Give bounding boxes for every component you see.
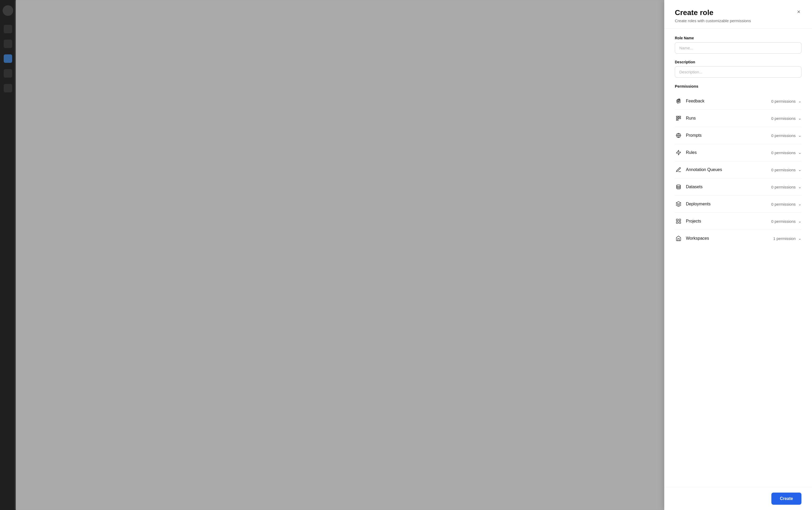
- svg-rect-2: [676, 120, 678, 121]
- svg-rect-11: [676, 222, 678, 223]
- projects-icon: [675, 218, 682, 225]
- datasets-count: 0 permissions: [771, 185, 795, 189]
- permission-item-annotation-queues[interactable]: Annotation Queues 0 permissions ⌄: [675, 161, 802, 178]
- description-label: Description: [675, 60, 802, 64]
- annotation-queues-label: Annotation Queues: [686, 167, 722, 172]
- prompts-count: 0 permissions: [771, 133, 795, 138]
- svg-rect-10: [679, 219, 681, 221]
- deployments-count: 0 permissions: [771, 202, 795, 206]
- svg-marker-7: [676, 150, 681, 155]
- permission-item-rules[interactable]: Rules 0 permissions ⌄: [675, 144, 802, 161]
- rules-chevron: ⌄: [798, 150, 802, 155]
- rules-label: Rules: [686, 150, 697, 155]
- permission-item-deployments[interactable]: Deployments 0 permissions ⌄: [675, 196, 802, 213]
- runs-label: Runs: [686, 116, 696, 121]
- modal-body: Role Name Description Permissions: [664, 29, 812, 487]
- deployments-chevron: ⌄: [798, 202, 802, 206]
- annotation-queues-count: 0 permissions: [771, 168, 795, 172]
- svg-rect-0: [676, 116, 678, 117]
- workspaces-count: 1 permission: [773, 236, 795, 241]
- svg-rect-4: [679, 118, 681, 119]
- datasets-icon: [675, 183, 682, 191]
- svg-rect-3: [679, 116, 681, 117]
- prompts-chevron: ⌄: [798, 133, 802, 138]
- prompts-label: Prompts: [686, 133, 702, 138]
- create-role-modal: Create role × Create roles with customiz…: [664, 0, 812, 510]
- description-input[interactable]: [675, 66, 802, 78]
- datasets-chevron: ⌄: [798, 185, 802, 189]
- projects-chevron: ⌄: [798, 219, 802, 223]
- workspaces-label: Workspaces: [686, 236, 709, 241]
- workspaces-chevron: ⌄: [798, 236, 802, 240]
- permission-item-workspaces[interactable]: Workspaces 1 permission ⌄: [675, 230, 802, 247]
- svg-rect-1: [676, 118, 678, 119]
- permission-item-feedback[interactable]: Feedback 0 permissions ⌄: [675, 93, 802, 110]
- feedback-icon: [675, 97, 682, 105]
- permission-item-runs[interactable]: Runs 0 permissions ⌄: [675, 110, 802, 127]
- svg-point-8: [677, 185, 681, 187]
- annotation-queues-chevron: ⌄: [798, 168, 802, 172]
- modal-footer: Create: [664, 487, 812, 510]
- projects-count: 0 permissions: [771, 219, 795, 224]
- runs-icon: [675, 115, 682, 122]
- rules-icon: [675, 149, 682, 156]
- deployments-label: Deployments: [686, 202, 711, 206]
- svg-rect-9: [676, 219, 678, 221]
- permission-item-datasets[interactable]: Datasets 0 permissions ⌄: [675, 178, 802, 196]
- modal-header: Create role × Create roles with customiz…: [664, 0, 812, 29]
- role-name-input[interactable]: [675, 42, 802, 54]
- role-name-group: Role Name: [675, 36, 802, 54]
- annotation-queues-icon: [675, 166, 682, 173]
- svg-rect-12: [679, 222, 681, 223]
- permission-item-prompts[interactable]: Prompts 0 permissions ⌄: [675, 127, 802, 144]
- create-button[interactable]: Create: [771, 492, 802, 505]
- modal-title: Create role: [675, 8, 713, 17]
- description-group: Description: [675, 60, 802, 78]
- permissions-section-label: Permissions: [675, 84, 802, 88]
- workspaces-icon: [675, 235, 682, 242]
- runs-chevron: ⌄: [798, 116, 802, 120]
- feedback-label: Feedback: [686, 99, 704, 104]
- feedback-chevron: ⌄: [798, 99, 802, 103]
- close-button[interactable]: ×: [796, 8, 802, 16]
- feedback-count: 0 permissions: [771, 99, 795, 104]
- datasets-label: Datasets: [686, 185, 702, 189]
- modal-subtitle: Create roles with customizable permissio…: [675, 19, 802, 23]
- runs-count: 0 permissions: [771, 116, 795, 121]
- projects-label: Projects: [686, 219, 701, 224]
- permissions-section: Permissions Feedback 0 permiss: [675, 84, 802, 247]
- role-name-label: Role Name: [675, 36, 802, 40]
- permission-item-projects[interactable]: Projects 0 permissions ⌄: [675, 213, 802, 230]
- deployments-icon: [675, 200, 682, 208]
- prompts-icon: [675, 132, 682, 139]
- rules-count: 0 permissions: [771, 150, 795, 155]
